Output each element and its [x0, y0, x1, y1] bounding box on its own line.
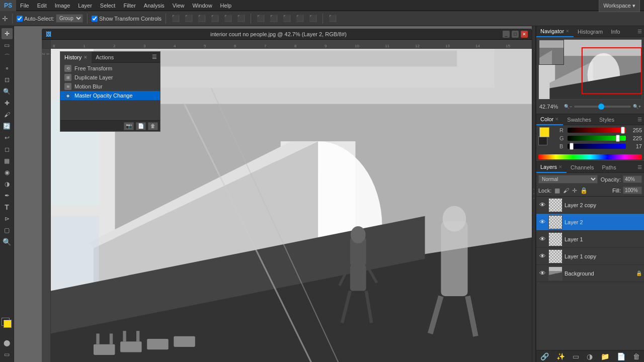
opacity-input[interactable] — [623, 175, 642, 183]
layer-visibility-layer1copy[interactable]: 👁 — [538, 252, 546, 260]
history-tab-close[interactable]: ✕ — [84, 52, 88, 63]
transform-checkbox[interactable] — [92, 16, 98, 22]
layer-visibility-layer2copy[interactable]: 👁 — [538, 201, 546, 209]
color-tab[interactable]: Color ✕ — [536, 114, 563, 125]
menu-image[interactable]: Image — [51, 0, 74, 11]
marquee-tool[interactable]: ▭ — [2, 40, 13, 51]
layer-adjustment-button[interactable]: ◑ — [584, 352, 596, 360]
auto-select-dropdown[interactable]: Group — [56, 14, 83, 23]
layer-item-layer1[interactable]: 👁 Layer 1 — [536, 231, 644, 248]
crop-tool[interactable]: ⊡ — [2, 74, 13, 85]
align-center-h-icon[interactable]: ⬛ — [183, 15, 194, 22]
actions-tab[interactable]: Actions — [92, 52, 118, 63]
align-center-v-icon[interactable]: ⬛ — [222, 15, 233, 22]
history-item-1[interactable]: ⊞ Duplicate Layer — [60, 73, 160, 82]
blend-mode-select[interactable]: Normal — [538, 175, 598, 184]
window-maximize-button[interactable]: □ — [512, 31, 519, 38]
history-new-document-button[interactable]: 📄 — [136, 122, 146, 130]
menu-file[interactable]: File — [16, 0, 33, 11]
color-tab-close[interactable]: ✕ — [555, 114, 559, 125]
layer-item-layer2copy[interactable]: 👁 Layer 2 copy — [536, 197, 644, 214]
layer-visibility-background[interactable]: 👁 — [538, 269, 546, 278]
g-slider-thumb[interactable] — [616, 135, 620, 142]
color-panel-menu[interactable]: ☰ — [635, 117, 644, 122]
navigator-tab-close[interactable]: ✕ — [566, 26, 570, 37]
layer-visibility-layer2[interactable]: 👁 — [538, 218, 546, 226]
r-slider-thumb[interactable] — [621, 127, 625, 134]
menu-select[interactable]: Select — [96, 0, 120, 11]
menu-filter[interactable]: Filter — [119, 0, 139, 11]
distribute-h-icon[interactable]: ⬛ — [255, 15, 266, 22]
distribute-top-icon[interactable]: ⬛ — [281, 15, 292, 22]
zoom-tool[interactable]: 🔍 — [2, 236, 13, 247]
history-item-3[interactable]: ◈ Master Opacity Change — [60, 91, 160, 100]
panel-resize-handle[interactable]: • • • — [532, 26, 536, 362]
menu-analysis[interactable]: Analysis — [140, 0, 169, 11]
canvas-content[interactable]: 8 1 2 3 4 5 6 7 8 9 10 11 12 13 — [42, 40, 532, 362]
lock-transparent-icon[interactable]: ▦ — [554, 187, 560, 194]
zoom-out-icon[interactable]: 🔍− — [564, 104, 572, 109]
align-top-icon[interactable]: ⬛ — [209, 15, 220, 22]
dodge-tool[interactable]: ◑ — [2, 178, 13, 190]
align-bottom-icon[interactable]: ⬛ — [235, 15, 247, 22]
window-minimize-button[interactable]: _ — [503, 31, 510, 38]
styles-tab[interactable]: Styles — [595, 114, 618, 125]
shape-tool[interactable]: ▢ — [2, 225, 13, 236]
menu-edit[interactable]: Edit — [33, 0, 51, 11]
clone-tool[interactable]: 🔄 — [2, 121, 13, 132]
layer-item-background[interactable]: 👁 Background 🔒 — [536, 265, 644, 282]
layers-tab-close[interactable]: ✕ — [558, 162, 562, 172]
blur-tool[interactable]: ◉ — [2, 167, 13, 178]
layer-link-button[interactable]: 🔗 — [537, 352, 552, 360]
history-item-2[interactable]: ≋ Motion Blur — [60, 82, 160, 91]
screen-mode-tool[interactable]: ▭ — [2, 349, 13, 360]
eraser-tool[interactable]: ◻ — [2, 144, 13, 155]
channels-tab[interactable]: Channels — [567, 162, 598, 173]
layer-mask-button[interactable]: ▭ — [570, 352, 582, 360]
background-color-swatch[interactable] — [538, 136, 547, 145]
distribute-center-icon[interactable]: ⬛ — [294, 15, 305, 22]
layers-panel-menu[interactable]: ☰ — [635, 164, 644, 170]
info-tab[interactable]: Info — [607, 26, 624, 37]
zoom-in-icon[interactable]: 🔍+ — [633, 104, 641, 109]
fg-bg-colors[interactable] — [2, 318, 13, 329]
navigator-panel-menu[interactable]: ☰ — [635, 29, 644, 34]
distribute-v-icon[interactable]: ⬛ — [268, 15, 279, 22]
path-tool[interactable]: ⊳ — [2, 213, 13, 224]
distribute-bottom-icon[interactable]: ⬛ — [307, 15, 318, 22]
window-close-button[interactable]: ✕ — [521, 31, 528, 38]
healing-brush-tool[interactable]: ✚ — [2, 98, 13, 109]
type-tool[interactable]: T — [2, 202, 13, 213]
menu-window[interactable]: Window — [188, 0, 216, 11]
layer-item-layer1copy[interactable]: 👁 Layer 1 copy — [536, 248, 644, 265]
history-tab[interactable]: History ✕ — [60, 52, 92, 63]
gradient-tool[interactable]: ▦ — [2, 155, 13, 166]
quick-mask-tool[interactable]: ⬤ — [2, 337, 13, 348]
zoom-slider-thumb[interactable] — [598, 104, 604, 110]
pen-tool[interactable]: ✒ — [2, 190, 13, 201]
arrange-icon[interactable]: ⬛ — [327, 15, 338, 22]
histogram-tab[interactable]: Histogram — [574, 26, 607, 37]
navigator-tab[interactable]: Navigator ✕ — [536, 26, 574, 37]
layers-tab[interactable]: Layers ✕ — [536, 162, 567, 173]
lasso-tool[interactable]: ⌒ — [2, 51, 13, 62]
r-slider-track[interactable] — [568, 128, 626, 133]
show-transform-controls[interactable]: Show Transform Controls — [92, 16, 162, 22]
lock-image-icon[interactable]: 🖌 — [563, 187, 569, 194]
menu-view[interactable]: View — [169, 0, 189, 11]
lock-position-icon[interactable]: ✛ — [572, 187, 577, 194]
layer-new-button[interactable]: 📄 — [614, 352, 628, 360]
layer-delete-button[interactable]: 🗑 — [630, 352, 643, 360]
menu-layer[interactable]: Layer — [74, 0, 96, 11]
history-snapshot-button[interactable]: 📷 — [124, 122, 134, 130]
history-delete-button[interactable]: 🗑 — [148, 122, 158, 130]
zoom-slider[interactable] — [574, 106, 630, 108]
workspace-selector[interactable]: Workspace ▾ — [599, 0, 640, 12]
foreground-color-swatch[interactable] — [539, 127, 549, 137]
align-right-icon[interactable]: ⬛ — [196, 15, 207, 22]
layer-group-button[interactable]: 📁 — [598, 352, 612, 360]
brush-tool[interactable]: 🖌 — [2, 109, 13, 120]
lock-all-icon[interactable]: 🔒 — [580, 187, 588, 194]
auto-select-checkbox[interactable] — [17, 16, 23, 22]
history-brush-tool[interactable]: ↩ — [2, 132, 13, 143]
